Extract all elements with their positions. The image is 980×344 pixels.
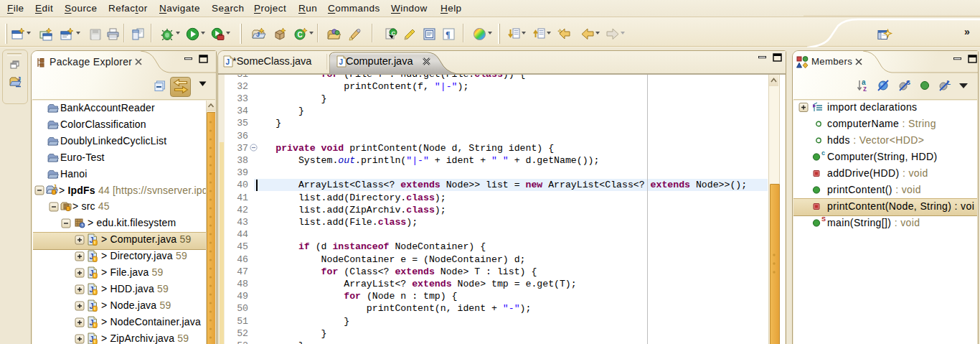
svg-text:c: c [821,149,825,157]
svg-text:C: C [298,31,303,39]
svg-text:J: J [53,183,57,190]
svg-text:¶: ¶ [446,29,450,39]
svg-text:J: J [256,31,260,38]
svg-text:z: z [863,85,867,93]
svg-text:S: S [821,215,826,223]
svg-text:J: J [226,58,230,66]
svg-text:J: J [17,75,21,83]
svg-text:J: J [339,58,344,66]
